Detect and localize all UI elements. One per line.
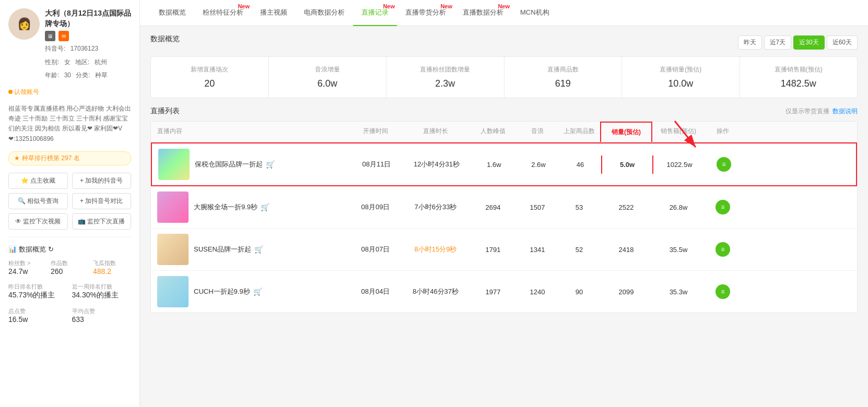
stats-grid-rank: 昨日排名打败 45.73%的播主 近一周排名打败 34.30%的播主 [8,283,131,300]
td-duration-2: 7小时6分33秒 [402,197,470,217]
td-sales-amount-4: 35.3w [652,283,705,301]
td-sales-amount-3: 35.5w [652,241,705,259]
fans-value: 24.7w [8,267,46,276]
action-icon-3[interactable]: ≡ [715,242,730,257]
stat-works: 作品数 260 [51,259,89,276]
age-label: 年龄: [45,71,61,79]
works-value: 260 [51,267,89,276]
cart-icon-3: 🛒 [254,245,263,254]
data-explain-link[interactable]: 数据说明 [832,107,858,116]
td-products-2: 53 [558,198,600,217]
total-likes-label: 总点赞 [8,307,68,315]
tab-videos[interactable]: 播主视频 [252,0,296,26]
stat-feigua: 飞瓜指数 488.2 [93,259,131,276]
week-rank-label: 近一周排名打败 [72,283,132,291]
live-data-new-badge: New [498,3,510,9]
card-live-sessions-label: 新增直播场次 [159,65,260,74]
action-icon-4[interactable]: ≡ [715,284,730,299]
action-buttons: ⭐ 点主收藏 + 加我的抖音号 🔍 相似号查询 + 加抖音号对比 👁 监控下次视… [8,173,131,230]
divider [8,237,131,237]
live-title-4: CUCH一折起9.9秒 🛒 [194,287,262,296]
th-duration: 直播时长 [402,122,470,142]
add-douyin-button[interactable]: + 加我的抖音号 [72,173,132,189]
live-title-1: 保税仓国际品牌一折起 🛒 [195,160,275,169]
td-content-2: 大腕猴全场一折9.9秒 🛒 [151,186,349,228]
card-yinlang-value: 6.0w [277,78,378,89]
tab-fans-analysis[interactable]: 粉丝特征分析 New [194,0,252,26]
td-content-4: CUCH一折起9.9秒 🛒 [151,271,349,313]
td-yinlang-2: 1507 [517,198,558,217]
data-overview-text: 数据概览 [19,245,46,254]
action-icon-2[interactable]: ≡ [715,200,730,214]
fans-new-badge: New [238,3,250,9]
td-peak-2: 2694 [470,198,517,217]
monitor-video-button[interactable]: 👁 监控下次视频 [8,213,68,230]
live-thumb-3 [157,234,189,265]
profile-name: 大利（8月12日13点国际品牌专场） [45,8,131,29]
avg-likes-value: 633 [72,315,132,324]
yesterday-rank-label: 昨日排名打败 [8,283,68,291]
avg-likes-label: 平均点赞 [72,307,132,315]
favorite-button[interactable]: ⭐ 点主收藏 [8,173,68,189]
td-sales-qty-2: 2522 [600,198,652,217]
yesterday-rank-value: 45.73%的播主 [8,291,68,300]
th-content: 直播内容 [151,122,349,142]
tab-live-records[interactable]: 直播记录 New [353,0,397,26]
profile-bio: 祖蓝哥专属直播搭档 用心严选好物 大利会出奇迹 三十而励 三十而立 三十而利 感… [8,104,131,144]
live-list-section-header: 直播列表 仅显示带货直播 数据说明 [150,106,858,116]
monitor-live-button[interactable]: 📺 监控下次直播 [72,213,132,230]
live-table-wrapper: 直播内容 开播时间 直播时长 人数峰值 音浪 上架商品数 销量(预估) 销售额(… [150,121,858,313]
date-30days[interactable]: 近30天 [793,35,824,50]
table-row: 大腕猴全场一折9.9秒 🛒 08月09日 7小时6分33秒 2694 1507 … [151,186,857,229]
tab-mcn[interactable]: MCN机构 [512,0,558,26]
td-action-1: ≡ [706,152,742,177]
tab-data-overview[interactable]: 数据概览 [150,0,194,26]
date-filter: 昨天 近7天 近30天 近60天 [738,35,858,50]
td-duration-3: 8小时15分9秒 [402,240,470,259]
table-header: 直播内容 开播时间 直播时长 人数峰值 音浪 上架商品数 销量(预估) 销售额(… [151,122,857,142]
nav-tabs: 数据概览 粉丝特征分析 New 播主视频 电商数据分析 直播记录 New 直播带… [140,0,868,26]
td-yinlang-1: 2.6w [518,155,559,174]
profile-age-cat: 年龄: 30 分类: 种草 [45,70,131,81]
th-sales-amount: 销售额(预估) [652,122,705,142]
date-7days[interactable]: 近7天 [764,35,792,50]
td-sales-amount-1: 1022.5w [653,155,706,174]
content-area: 数据概览 昨天 近7天 近30天 近60天 新增直播场次 20 音浪增量 6.0… [140,26,868,407]
action-icon-1[interactable]: ≡ [717,157,731,172]
live-thumb-1 [158,149,190,180]
card-yinlang-label: 音浪增量 [277,65,378,74]
similar-search-button[interactable]: 🔍 相似号查询 [8,193,68,209]
th-action: 操作 [705,122,741,142]
tab-ecommerce[interactable]: 电商数据分析 [296,0,353,26]
verified-badge[interactable]: 认领账号 [8,88,131,97]
works-label: 作品数 [51,259,89,267]
td-sales-qty-4: 2099 [600,283,652,301]
category-value: 种草 [95,71,108,79]
live-thumb-2 [157,191,189,223]
refresh-icon[interactable]: ↻ [48,245,54,253]
feigua-label: 飞瓜指数 [93,259,131,267]
tab-live-goods[interactable]: 直播带货分析 New [397,0,454,26]
td-content-1: 保税仓国际品牌一折起 🛒 [152,143,350,185]
td-start-4: 08月04日 [349,282,402,302]
monitor-icon: 🖥 [45,31,55,41]
cart-icon-2: 🛒 [261,203,269,211]
td-action-3: ≡ [705,237,741,262]
gender-label: 性别: [45,58,61,66]
card-sales-qty-label: 直播销量(预估) [630,65,731,74]
stat-total-likes: 总点赞 16.5w [8,307,68,324]
live-table: 直播内容 开播时间 直播时长 人数峰值 音浪 上架商品数 销量(预估) 销售额(… [150,121,858,313]
td-sales-qty-1: 5.0w [601,155,653,174]
tab-live-data[interactable]: 直播数据分析 New [454,0,512,26]
date-60days[interactable]: 近60天 [827,35,858,50]
category-label: 分类: [76,71,92,79]
star-icon: ★ [14,154,20,162]
profile-header: 👩 大利（8月12日13点国际品牌专场） 🖥 ✉ 抖音号: 17036123 性… [8,8,131,81]
th-yinlang: 音浪 [517,122,558,142]
td-duration-1: 12小时4分31秒 [403,154,471,174]
fans-label: 粉丝数 > [8,259,46,267]
td-sales-amount-2: 26.8w [652,198,705,217]
th-products: 上架商品数 [558,122,600,142]
date-yesterday[interactable]: 昨天 [738,35,762,50]
compare-button[interactable]: + 加抖音号对比 [72,193,132,209]
